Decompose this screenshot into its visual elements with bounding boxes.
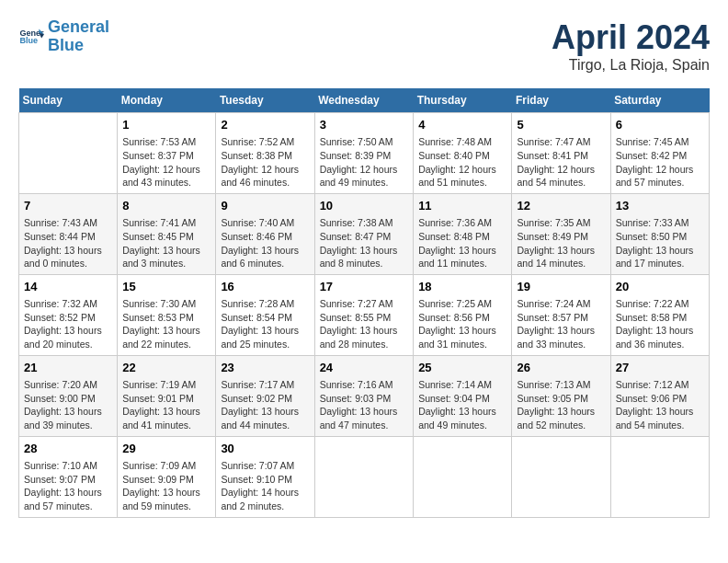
calendar-cell: 28Sunrise: 7:10 AM Sunset: 9:07 PM Dayli… [19, 436, 118, 517]
day-info: Sunrise: 7:13 AM Sunset: 9:05 PM Dayligh… [517, 378, 605, 432]
day-number: 2 [221, 117, 309, 133]
day-number: 14 [24, 279, 112, 295]
column-header-saturday: Saturday [610, 88, 709, 113]
calendar-cell: 26Sunrise: 7:13 AM Sunset: 9:05 PM Dayli… [512, 355, 610, 436]
calendar-cell: 7Sunrise: 7:43 AM Sunset: 8:44 PM Daylig… [19, 193, 118, 274]
column-header-friday: Friday [512, 88, 610, 113]
column-header-thursday: Thursday [414, 88, 512, 113]
day-info: Sunrise: 7:43 AM Sunset: 8:44 PM Dayligh… [24, 216, 112, 270]
day-info: Sunrise: 7:45 AM Sunset: 8:42 PM Dayligh… [616, 135, 704, 190]
calendar-cell: 17Sunrise: 7:27 AM Sunset: 8:55 PM Dayli… [314, 274, 414, 355]
day-info: Sunrise: 7:35 AM Sunset: 8:49 PM Dayligh… [517, 216, 605, 270]
day-info: Sunrise: 7:30 AM Sunset: 8:53 PM Dayligh… [122, 297, 210, 351]
day-info: Sunrise: 7:17 AM Sunset: 9:02 PM Dayligh… [221, 378, 309, 432]
day-number: 16 [221, 279, 309, 295]
day-number: 3 [320, 117, 409, 133]
logo-text: General Blue [48, 18, 109, 55]
day-number: 1 [122, 117, 210, 133]
day-number: 6 [616, 117, 704, 133]
day-number: 15 [122, 279, 210, 295]
logo: General Blue General Blue [18, 18, 109, 55]
calendar-cell: 4Sunrise: 7:48 AM Sunset: 8:40 PM Daylig… [414, 113, 512, 194]
day-number: 20 [616, 279, 704, 295]
month-title: April 2024 [552, 18, 710, 57]
calendar-cell: 15Sunrise: 7:30 AM Sunset: 8:53 PM Dayli… [118, 274, 216, 355]
location-subtitle: Tirgo, La Rioja, Spain [552, 57, 710, 74]
day-info: Sunrise: 7:40 AM Sunset: 8:46 PM Dayligh… [221, 216, 309, 270]
day-info: Sunrise: 7:50 AM Sunset: 8:39 PM Dayligh… [320, 135, 409, 190]
day-info: Sunrise: 7:10 AM Sunset: 9:07 PM Dayligh… [24, 459, 112, 513]
calendar-cell: 11Sunrise: 7:36 AM Sunset: 8:48 PM Dayli… [414, 193, 512, 274]
day-info: Sunrise: 7:38 AM Sunset: 8:47 PM Dayligh… [320, 216, 409, 270]
calendar-cell [19, 113, 118, 194]
calendar-cell: 23Sunrise: 7:17 AM Sunset: 9:02 PM Dayli… [216, 355, 314, 436]
calendar-cell: 20Sunrise: 7:22 AM Sunset: 8:58 PM Dayli… [610, 274, 709, 355]
calendar-cell: 12Sunrise: 7:35 AM Sunset: 8:49 PM Dayli… [512, 193, 610, 274]
logo-icon: General Blue [18, 24, 44, 50]
day-number: 26 [517, 360, 605, 376]
calendar-week-5: 28Sunrise: 7:10 AM Sunset: 9:07 PM Dayli… [19, 436, 710, 517]
day-info: Sunrise: 7:28 AM Sunset: 8:54 PM Dayligh… [221, 297, 309, 351]
calendar-cell: 22Sunrise: 7:19 AM Sunset: 9:01 PM Dayli… [118, 355, 216, 436]
day-info: Sunrise: 7:41 AM Sunset: 8:45 PM Dayligh… [122, 216, 210, 270]
calendar-cell: 9Sunrise: 7:40 AM Sunset: 8:46 PM Daylig… [216, 193, 314, 274]
logo-line2: Blue [48, 36, 84, 54]
calendar-cell: 30Sunrise: 7:07 AM Sunset: 9:10 PM Dayli… [216, 436, 314, 517]
day-number: 10 [320, 198, 409, 214]
day-number: 27 [616, 360, 704, 376]
day-number: 17 [320, 279, 409, 295]
day-info: Sunrise: 7:52 AM Sunset: 8:38 PM Dayligh… [221, 135, 309, 190]
day-number: 7 [24, 198, 112, 214]
day-number: 13 [616, 198, 704, 214]
day-number: 4 [418, 117, 506, 133]
calendar-cell: 8Sunrise: 7:41 AM Sunset: 8:45 PM Daylig… [118, 193, 216, 274]
day-info: Sunrise: 7:09 AM Sunset: 9:09 PM Dayligh… [122, 459, 210, 513]
calendar-cell [512, 436, 610, 517]
calendar-week-1: 1Sunrise: 7:53 AM Sunset: 8:37 PM Daylig… [19, 113, 710, 194]
calendar-cell [314, 436, 414, 517]
day-number: 24 [320, 360, 409, 376]
calendar-table: SundayMondayTuesdayWednesdayThursdayFrid… [18, 88, 710, 518]
day-number: 19 [517, 279, 605, 295]
calendar-cell: 5Sunrise: 7:47 AM Sunset: 8:41 PM Daylig… [512, 113, 610, 194]
day-number: 23 [221, 360, 309, 376]
column-header-tuesday: Tuesday [216, 88, 314, 113]
calendar-week-3: 14Sunrise: 7:32 AM Sunset: 8:52 PM Dayli… [19, 274, 710, 355]
calendar-cell: 21Sunrise: 7:20 AM Sunset: 9:00 PM Dayli… [19, 355, 118, 436]
calendar-cell: 24Sunrise: 7:16 AM Sunset: 9:03 PM Dayli… [314, 355, 414, 436]
day-number: 12 [517, 198, 605, 214]
calendar-cell: 16Sunrise: 7:28 AM Sunset: 8:54 PM Dayli… [216, 274, 314, 355]
day-info: Sunrise: 7:25 AM Sunset: 8:56 PM Dayligh… [418, 297, 506, 351]
day-info: Sunrise: 7:27 AM Sunset: 8:55 PM Dayligh… [320, 297, 409, 351]
day-number: 21 [24, 360, 112, 376]
calendar-cell: 19Sunrise: 7:24 AM Sunset: 8:57 PM Dayli… [512, 274, 610, 355]
column-header-wednesday: Wednesday [314, 88, 414, 113]
calendar-cell: 3Sunrise: 7:50 AM Sunset: 8:39 PM Daylig… [314, 113, 414, 194]
day-number: 22 [122, 360, 210, 376]
calendar-cell: 13Sunrise: 7:33 AM Sunset: 8:50 PM Dayli… [610, 193, 709, 274]
day-info: Sunrise: 7:47 AM Sunset: 8:41 PM Dayligh… [517, 135, 605, 190]
day-info: Sunrise: 7:07 AM Sunset: 9:10 PM Dayligh… [221, 459, 309, 513]
calendar-cell: 6Sunrise: 7:45 AM Sunset: 8:42 PM Daylig… [610, 113, 709, 194]
calendar-cell [414, 436, 512, 517]
calendar-cell [610, 436, 709, 517]
day-number: 29 [122, 441, 210, 457]
day-number: 5 [517, 117, 605, 133]
calendar-cell: 2Sunrise: 7:52 AM Sunset: 8:38 PM Daylig… [216, 113, 314, 194]
calendar-cell: 14Sunrise: 7:32 AM Sunset: 8:52 PM Dayli… [19, 274, 118, 355]
calendar-cell: 27Sunrise: 7:12 AM Sunset: 9:06 PM Dayli… [610, 355, 709, 436]
calendar-cell: 18Sunrise: 7:25 AM Sunset: 8:56 PM Dayli… [414, 274, 512, 355]
title-block: April 2024 Tirgo, La Rioja, Spain [552, 18, 710, 74]
column-header-sunday: Sunday [19, 88, 118, 113]
day-number: 11 [418, 198, 506, 214]
day-info: Sunrise: 7:53 AM Sunset: 8:37 PM Dayligh… [122, 135, 210, 190]
day-number: 28 [24, 441, 112, 457]
calendar-cell: 1Sunrise: 7:53 AM Sunset: 8:37 PM Daylig… [118, 113, 216, 194]
day-info: Sunrise: 7:48 AM Sunset: 8:40 PM Dayligh… [418, 135, 506, 190]
svg-text:Blue: Blue [19, 36, 38, 45]
day-info: Sunrise: 7:22 AM Sunset: 8:58 PM Dayligh… [616, 297, 704, 351]
day-number: 18 [418, 279, 506, 295]
day-number: 30 [221, 441, 309, 457]
column-header-monday: Monday [118, 88, 216, 113]
day-number: 9 [221, 198, 309, 214]
